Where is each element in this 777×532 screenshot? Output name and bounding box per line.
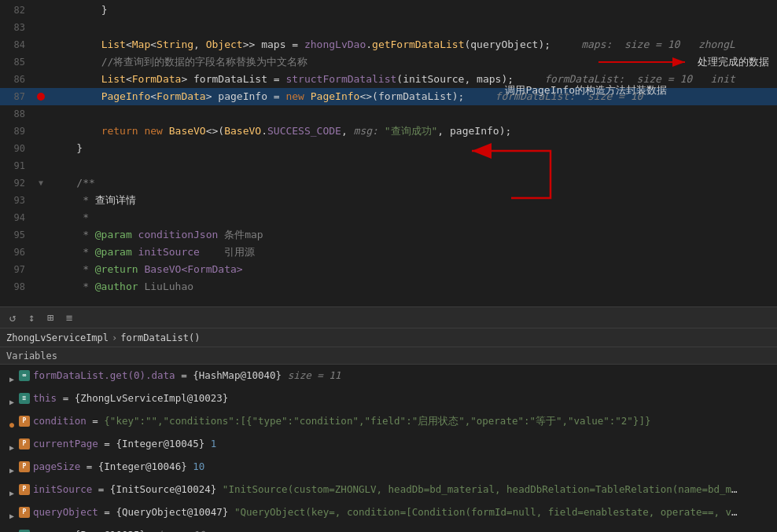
var-content-maps: maps = {Page@10025} size = 10 [33, 526, 777, 532]
expand-icon-currentpage: ▶ [6, 439, 17, 457]
expand-icon-pagesize: ▶ [6, 462, 17, 479]
var-type-icon-initsource: P [19, 484, 30, 495]
var-type-icon-queryobject: P [19, 507, 30, 518]
code-line-92: 92 ▼ /** [0, 174, 777, 192]
annotation-2-container: 调用PageInfo的构造方法封装数据 [505, 82, 667, 99]
code-line-91: 91 [0, 157, 777, 174]
expand-icon-this: ▶ [6, 394, 17, 411]
frames-icon[interactable]: ⊞ [44, 311, 57, 324]
var-content-queryobject: queryObject = {QueryObject@10047} "Query… [33, 504, 741, 521]
code-line-89: 89 return new BaseVO<>(BaseVO.SUCCESS_CO… [0, 123, 777, 140]
breadcrumb-sep: › [112, 332, 117, 343]
expand-icon-formdata: ▶ [6, 371, 17, 388]
code-lines: 82 } 83 84 List<Map<String, Object>> map… [0, 0, 777, 295]
code-line-88: 88 [0, 105, 777, 123]
debug-toolbar: ↺ ↕ ⊞ ≡ [0, 306, 777, 328]
expand-icon-initsource: ▶ [6, 485, 17, 502]
code-line-90: 90 } [0, 140, 777, 157]
annotation-arrow-1: 处理完成的数据 [598, 53, 769, 71]
expand-icon-queryobject: ▶ [6, 508, 17, 525]
code-line-96: 96 * @param initSource 引用源 [0, 244, 777, 261]
threads-icon[interactable]: ≡ [63, 311, 75, 324]
var-content-initsource: initSource = {InitSource@10024} "InitSou… [33, 481, 741, 498]
red-arrow-svg-1 [598, 53, 693, 71]
var-type-icon-formdata: ∞ [19, 370, 30, 381]
code-line-83: 83 [0, 19, 777, 36]
var-type-icon-currentpage: P [19, 438, 30, 449]
var-content-this: this = {ZhongLvServiceImpl@10023} [33, 390, 777, 407]
variables-panel: Variables ▶ ∞ formDataList.get(0).data =… [0, 347, 777, 532]
step-over-icon[interactable]: ↕ [25, 311, 38, 324]
breadcrumb-class: ZhongLvServiceImpl [6, 332, 109, 343]
code-line-94: 94 * [0, 209, 777, 226]
breadcrumb-bar: ZhongLvServiceImpl › formDataList() [0, 328, 777, 347]
var-item-formdata[interactable]: ▶ ∞ formDataList.get(0).data = {HashMap@… [0, 366, 777, 389]
var-content-pagesize: pageSize = {Integer@10046} 10 [33, 458, 777, 475]
breakpoint-indicator [37, 93, 45, 101]
code-line-97: 97 * @return BaseVO<FormData> [0, 261, 777, 278]
code-line-82: 82 } [0, 2, 777, 19]
var-item-initsource[interactable]: ▶ P initSource = {InitSource@10024} "Ini… [0, 480, 777, 503]
var-content-formdata: formDataList.get(0).data = {HashMap@1004… [33, 367, 777, 384]
var-item-currentpage[interactable]: ▶ P currentPage = {Integer@10045} 1 [0, 435, 777, 457]
var-item-pagesize[interactable]: ▶ P pageSize = {Integer@10046} 10 [0, 457, 777, 480]
restart-icon[interactable]: ↺ [6, 311, 19, 324]
var-item-maps[interactable]: ▶ ≡ maps = {Page@10025} size = 10 [0, 526, 777, 532]
var-item-condition[interactable]: ● P condition = {"key":"","conditions":[… [0, 412, 777, 435]
code-line-98: 98 * @author LiuLuhao [0, 278, 777, 295]
var-type-icon-this: ≡ [19, 393, 30, 404]
var-item-queryobject[interactable]: ▶ P queryObject = {QueryObject@10047} "Q… [0, 503, 777, 526]
code-line-93: 93 * 查询详情 [0, 192, 777, 209]
var-content-currentpage: currentPage = {Integer@10045} 1 [33, 435, 777, 453]
var-type-icon-condition: P [19, 416, 30, 427]
annotation-text-2: 调用PageInfo的构造方法封装数据 [505, 82, 667, 99]
code-line-85: 85 //将查询到的数据的字段名称替换为中文名称 处理完成的数据 [0, 53, 777, 71]
code-editor: 82 } 83 84 List<Map<String, Object>> map… [0, 0, 777, 306]
expand-icon-condition: ● [6, 416, 17, 434]
code-line-84: 84 List<Map<String, Object>> maps = zhon… [0, 36, 777, 53]
var-type-icon-pagesize: P [19, 461, 30, 472]
var-list: ▶ ∞ formDataList.get(0).data = {HashMap@… [0, 365, 777, 532]
var-content-condition: condition = {"key":"","conditions":[{"ty… [33, 413, 777, 430]
breadcrumb-method: formDataList() [120, 332, 200, 343]
variables-title: Variables [6, 350, 57, 361]
variables-header: Variables [0, 347, 777, 365]
code-line-95: 95 * @param conditionJson 条件map [0, 226, 777, 244]
var-item-this[interactable]: ▶ ≡ this = {ZhongLvServiceImpl@10023} [0, 389, 777, 412]
annotation-text-1: 处理完成的数据 [698, 53, 769, 71]
